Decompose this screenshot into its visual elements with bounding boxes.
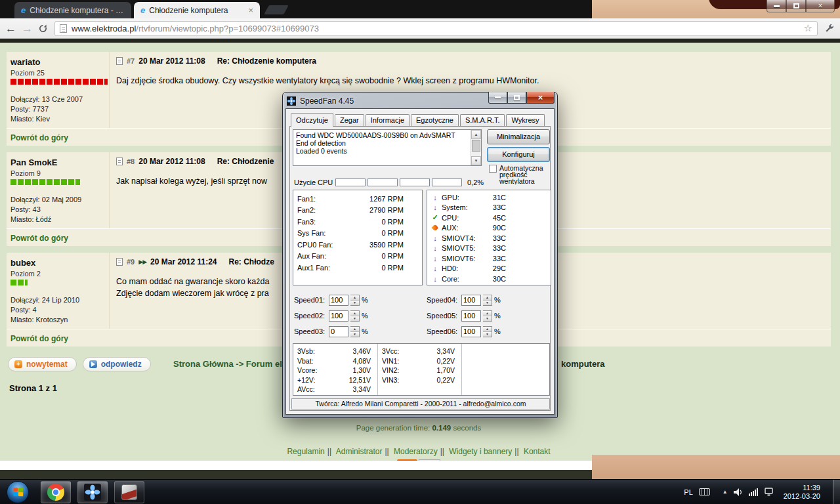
page-icon[interactable]	[60, 24, 67, 33]
browser-tab-2-active[interactable]: e Chłodzenie komputera ×	[134, 2, 260, 18]
speed-stepper[interactable]: ▲▼	[483, 310, 492, 322]
speed-stepper[interactable]: ▲▼	[483, 326, 492, 337]
speedfan-tabs: Odczytuje Zegar Informacje Egzotyczne S.…	[289, 113, 551, 126]
footer-link[interactable]: Regulamin	[287, 447, 324, 456]
window-maximize-button[interactable]	[786, 0, 806, 12]
speed-input[interactable]: 0	[329, 326, 348, 337]
speed-stepper[interactable]: ▲▼	[350, 295, 360, 306]
speed-input[interactable]: 100	[461, 295, 481, 306]
fan-label: Aux1 Fan:	[297, 264, 338, 272]
temperature-label: HD0:	[442, 264, 480, 272]
tab-smart[interactable]: S.M.A.R.T.	[460, 114, 505, 126]
speed-input[interactable]: 100	[461, 326, 481, 337]
stepper-up-icon[interactable]: ▲	[483, 295, 492, 300]
checkbox-icon[interactable]	[489, 165, 497, 173]
footer-link[interactable]: Administrator	[336, 447, 383, 456]
log-scrollbar[interactable]: ▲ ▼	[471, 130, 481, 165]
stepper-down-icon[interactable]: ▼	[483, 316, 492, 321]
stepper-down-icon[interactable]: ▼	[350, 300, 359, 305]
new-topic-button[interactable]: + nowytemat	[8, 357, 77, 371]
tab-egzotyczne[interactable]: Egzotyczne	[411, 114, 459, 126]
keyboard-layout-icon[interactable]	[699, 488, 710, 495]
bookmark-star-icon[interactable]: ☆	[804, 22, 812, 34]
speed-input[interactable]: 100	[329, 310, 348, 322]
post-document-icon[interactable]	[116, 158, 123, 165]
stepper-down-icon[interactable]: ▼	[350, 316, 359, 321]
minimize-icon	[495, 96, 501, 98]
tab-informacje[interactable]: Informacje	[366, 114, 410, 126]
post-author-cell: wariato Poziom 25 Dołączył: 13 Cze 2007 …	[7, 52, 109, 128]
temperature-row: HD0: 29C	[431, 264, 547, 274]
stepper-down-icon[interactable]: ▼	[483, 300, 492, 305]
show-desktop-button[interactable]	[833, 480, 840, 504]
post-number[interactable]: #7	[127, 57, 135, 65]
signal-strength-icon[interactable]	[749, 488, 758, 496]
stepper-down-icon[interactable]: ▼	[483, 331, 492, 337]
stepper-up-icon[interactable]: ▲	[483, 311, 492, 316]
window-minimize-button[interactable]	[766, 0, 786, 12]
stepper-up-icon[interactable]: ▲	[350, 295, 359, 300]
detection-log[interactable]: ▲ ▼ Found WDC WD5000AADS-00S9B0 on AdvSM…	[293, 129, 482, 166]
taskbar-app-button[interactable]	[114, 481, 144, 503]
address-bar[interactable]: www.elektroda.pl/rtvforum/viewtopic.php?…	[54, 21, 818, 36]
stepper-up-icon[interactable]: ▲	[350, 327, 359, 331]
windows-logo-icon	[13, 488, 23, 497]
back-to-top-link[interactable]: Powrót do góry	[10, 234, 68, 243]
scroll-thumb[interactable]	[472, 140, 480, 152]
stepper-up-icon[interactable]: ▲	[483, 327, 492, 331]
back-to-top-link[interactable]: Powrót do góry	[10, 133, 68, 142]
start-button[interactable]	[7, 481, 29, 503]
post-author[interactable]: bubex	[10, 258, 104, 268]
temperature-trend-icon	[431, 214, 439, 222]
footer-link[interactable]: Moderatorzy	[394, 447, 438, 456]
speedfan-maximize-button[interactable]	[507, 92, 526, 104]
clock-time: 11:39	[784, 484, 820, 492]
speedfan-titlebar[interactable]: SpeedFan 4.45 ×	[285, 93, 555, 108]
tab-close-icon[interactable]: ×	[248, 5, 253, 15]
scroll-up-icon[interactable]: ▲	[471, 130, 481, 139]
speed-input[interactable]: 100	[329, 295, 348, 306]
speedfan-close-button[interactable]: ×	[526, 92, 555, 104]
volume-icon[interactable]	[734, 488, 743, 496]
refresh-button[interactable]	[38, 24, 48, 33]
window-close-button[interactable]: ×	[806, 0, 835, 12]
speed-stepper[interactable]: ▲▼	[350, 326, 360, 337]
show-hidden-icons-chevron[interactable]: ▲	[723, 489, 728, 495]
stepper-up-icon[interactable]: ▲	[350, 311, 359, 316]
log-line: End of detection	[296, 139, 468, 147]
post-document-icon[interactable]	[116, 57, 123, 65]
footer-link[interactable]: Kontakt	[524, 447, 551, 456]
post-number[interactable]: #9	[127, 258, 135, 266]
minimalizacja-button[interactable]: Minimalizacja	[487, 129, 550, 144]
post-number[interactable]: #8	[127, 158, 135, 165]
speed-input[interactable]: 100	[461, 310, 481, 322]
wrench-menu-icon[interactable]	[824, 23, 835, 33]
browser-tab-1[interactable]: e Chłodzenie komputera - Ha...	[14, 2, 131, 18]
post-document-icon[interactable]	[116, 258, 123, 266]
konfiguruj-button[interactable]: Konfiguruj	[487, 147, 550, 162]
new-tab-button[interactable]	[264, 5, 288, 14]
post-author[interactable]: Pan SmokE	[10, 158, 104, 167]
stepper-down-icon[interactable]: ▼	[350, 331, 359, 337]
fast-forward-icon[interactable]: ▶▶	[138, 259, 146, 265]
language-indicator[interactable]: PL	[684, 488, 692, 496]
speed-stepper[interactable]: ▲▼	[350, 310, 360, 322]
forward-button[interactable]: →	[22, 23, 33, 34]
footer-link[interactable]: Widgety i bannery	[449, 447, 512, 456]
scroll-down-icon[interactable]: ▼	[471, 156, 481, 165]
post-author[interactable]: wariato	[10, 57, 104, 67]
back-to-top-link[interactable]: Powrót do góry	[10, 334, 68, 343]
auto-fan-speed-checkbox[interactable]: Automatyczna prędkość wentylatora	[489, 165, 552, 184]
taskbar-speedfan-button[interactable]	[77, 481, 108, 503]
speed-stepper[interactable]: ▲▼	[483, 295, 492, 306]
breadcrumb[interactable]: Strona Główna -> Forum elektr	[173, 359, 298, 369]
reply-button[interactable]: odpowiedz	[83, 357, 151, 371]
speedfan-minimize-button[interactable]	[488, 92, 507, 104]
taskbar-clock[interactable]: 11:39 2012-03-20	[784, 484, 820, 501]
tab-odczytuje[interactable]: Odczytuje	[291, 113, 333, 127]
back-button[interactable]: ←	[5, 23, 16, 34]
network-icon[interactable]	[764, 488, 774, 496]
tab-zegar[interactable]: Zegar	[335, 114, 364, 126]
taskbar-chrome-button[interactable]	[41, 481, 71, 503]
tab-wykresy[interactable]: Wykresy	[506, 114, 544, 126]
